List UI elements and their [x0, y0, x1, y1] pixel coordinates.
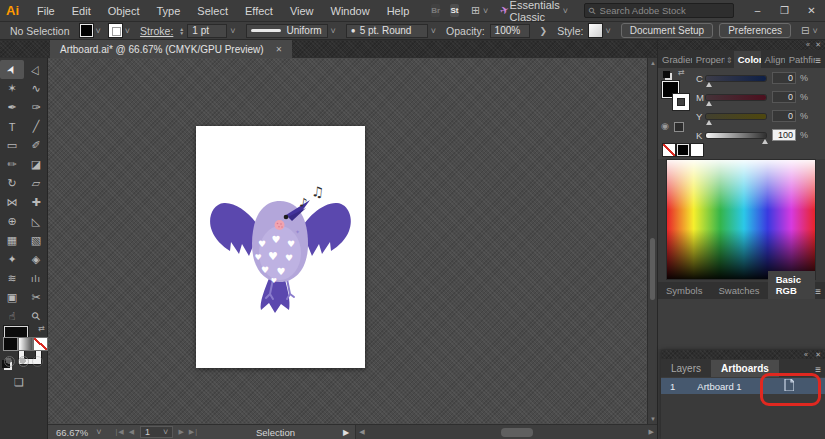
- tool-blend[interactable]: ◈: [24, 250, 48, 269]
- menu-file[interactable]: File: [37, 5, 55, 17]
- tab-scroll-icon[interactable]: ⇕: [725, 53, 734, 68]
- chevron-down-icon[interactable]: ˅: [331, 26, 336, 36]
- tool-rotate[interactable]: ↻: [0, 174, 24, 193]
- tool-eyedropper[interactable]: ✦: [0, 250, 24, 269]
- vertical-scroll-thumb[interactable]: [650, 238, 655, 300]
- tool-rectangle[interactable]: ▭: [0, 136, 24, 155]
- swap-colors-icon[interactable]: ⇄: [678, 68, 685, 77]
- zoom-level[interactable]: 66.67%: [56, 427, 88, 438]
- slider-thumb[interactable]: [762, 139, 768, 144]
- channel-value[interactable]: 0: [772, 91, 796, 103]
- style-label[interactable]: Style:: [557, 25, 583, 37]
- tool-line-segment[interactable]: ╱: [24, 117, 48, 136]
- tab-swatches[interactable]: Swatches: [710, 282, 767, 299]
- slider-thumb[interactable]: [706, 82, 712, 87]
- tab-symbols[interactable]: Symbols: [658, 282, 710, 299]
- opacity-label[interactable]: Opacity:: [446, 25, 485, 37]
- tool-perspective-grid[interactable]: ◺: [24, 212, 48, 231]
- panel-menu-icon[interactable]: ≡: [815, 286, 821, 299]
- draw-inside-icon[interactable]: [32, 356, 43, 367]
- tool-curvature[interactable]: ✑: [24, 98, 48, 117]
- black-slider[interactable]: [706, 133, 766, 138]
- artboard-navigation-field[interactable]: 1 ˅: [140, 426, 173, 438]
- collapse-panel-icon[interactable]: «: [804, 350, 808, 359]
- document-setup-button[interactable]: Document Setup: [621, 23, 714, 38]
- chevron-down-icon[interactable]: ˅: [125, 26, 130, 36]
- next-artboard-icon[interactable]: ▶: [178, 428, 184, 436]
- screen-mode-icon[interactable]: ❏: [14, 376, 24, 389]
- stroke-weight-stepper[interactable]: ▲▼: [179, 27, 184, 35]
- chevron-down-icon[interactable]: ˅: [163, 427, 168, 437]
- tab-align[interactable]: Align: [761, 51, 785, 68]
- chevron-down-icon[interactable]: ˅: [230, 26, 235, 36]
- bird-artwork[interactable]: ♥ ♥ ♥ ♥ ♥ ♥ ♥ ♥ ♥: [196, 126, 365, 368]
- tool-pencil[interactable]: ✏: [0, 155, 24, 174]
- zoom-chevron-icon[interactable]: ˅: [96, 427, 101, 437]
- opacity-value[interactable]: 100%: [490, 24, 530, 38]
- last-artboard-icon[interactable]: ▶|: [189, 428, 198, 436]
- collapse-panels-icon[interactable]: «: [806, 41, 810, 48]
- tool-artboard[interactable]: ▣: [0, 288, 24, 307]
- cyan-slider[interactable]: [706, 76, 766, 81]
- panel-menu-icon[interactable]: ≡: [815, 55, 821, 68]
- channel-value[interactable]: 0: [772, 110, 796, 122]
- tool-selection[interactable]: ➤: [0, 60, 24, 79]
- tool-magic-wand[interactable]: ✶: [0, 79, 24, 98]
- black-swatch[interactable]: [677, 144, 689, 156]
- artboard-name[interactable]: Artboard 1: [697, 381, 741, 392]
- chevron-down-icon[interactable]: ˅: [96, 26, 101, 36]
- tool-symbol-sprayer[interactable]: ≋: [0, 269, 24, 288]
- magenta-slider[interactable]: [706, 95, 766, 100]
- tool-eraser[interactable]: ◪: [24, 155, 48, 174]
- color-panel-stroke-proxy[interactable]: [673, 94, 689, 110]
- draw-behind-icon[interactable]: [18, 356, 29, 367]
- previous-artboard-icon[interactable]: ◀: [129, 428, 135, 436]
- tool-type[interactable]: T: [0, 117, 24, 136]
- fill-color-swatch[interactable]: [80, 24, 93, 37]
- swap-fill-stroke-icon[interactable]: ⇄: [38, 324, 45, 333]
- menu-type[interactable]: Type: [157, 5, 181, 17]
- style-swatch[interactable]: [589, 24, 602, 37]
- tool-column-graph[interactable]: ılı: [24, 269, 48, 288]
- overflow-chevron-icon[interactable]: ❯: [540, 26, 548, 36]
- web-color-icon[interactable]: ◉: [661, 121, 669, 131]
- tool-width[interactable]: ⋈: [0, 193, 24, 212]
- stroke-weight-value[interactable]: 1 pt: [187, 24, 227, 38]
- white-swatch[interactable]: [691, 144, 703, 156]
- brush-select[interactable]: ● 5 pt. Round: [346, 24, 428, 38]
- tab-pathfinder[interactable]: Pathfin: [785, 51, 816, 68]
- artboard[interactable]: ♥ ♥ ♥ ♥ ♥ ♥ ♥ ♥ ♥: [196, 126, 365, 368]
- channel-value[interactable]: 100: [772, 129, 796, 141]
- tab-properties[interactable]: Properti: [692, 51, 725, 68]
- color-spectrum[interactable]: [666, 159, 816, 280]
- close-button[interactable]: ✕: [798, 5, 825, 16]
- horizontal-scrollbar[interactable]: ◀ ▶: [355, 425, 657, 439]
- color-mode-button[interactable]: [4, 338, 17, 350]
- stroke-color-swatch[interactable]: [109, 24, 122, 37]
- tab-color[interactable]: Color: [734, 51, 761, 68]
- tool-puppet-warp[interactable]: ✚: [24, 193, 48, 212]
- adobe-stock-search[interactable]: ⚲: [584, 3, 734, 18]
- tool-shape-builder[interactable]: ⊕: [0, 212, 24, 231]
- bridge-icon[interactable]: Br: [431, 4, 440, 17]
- tool-paintbrush[interactable]: ✐: [24, 136, 48, 155]
- gradient-mode-button[interactable]: [19, 338, 32, 350]
- menu-help[interactable]: Help: [387, 5, 410, 17]
- horizontal-scroll-thumb[interactable]: [501, 428, 533, 437]
- canvas-area[interactable]: ♥ ♥ ♥ ♥ ♥ ♥ ♥ ♥ ♥: [48, 58, 657, 424]
- close-panel-icon[interactable]: ✕: [815, 350, 821, 359]
- menu-window[interactable]: Window: [331, 5, 370, 17]
- menu-select[interactable]: Select: [197, 5, 228, 17]
- tool-pen[interactable]: ✒: [0, 98, 24, 117]
- tool-mesh[interactable]: ▦: [0, 231, 24, 250]
- preferences-button[interactable]: Preferences: [719, 23, 791, 38]
- stock-icon[interactable]: St: [450, 4, 459, 17]
- minimize-button[interactable]: –: [744, 5, 771, 16]
- stroke-profile-select[interactable]: Uniform: [246, 24, 328, 38]
- tab-layers[interactable]: Layers: [661, 360, 711, 377]
- document-tab[interactable]: Artboard.ai* @ 66.67% (CMYK/GPU Preview)…: [50, 40, 292, 58]
- chevron-down-icon[interactable]: ˅: [563, 6, 568, 16]
- none-mode-button[interactable]: [34, 338, 47, 350]
- tool-direct-selection[interactable]: ▷: [24, 60, 48, 79]
- tool-slice[interactable]: ✂: [24, 288, 48, 307]
